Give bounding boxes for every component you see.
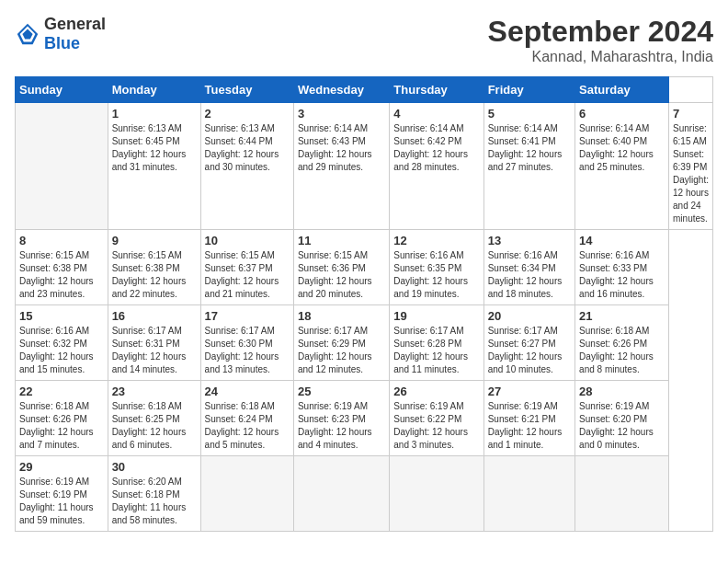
calendar-cell	[483, 456, 574, 532]
day-number: 13	[488, 234, 571, 247]
day-header-tuesday: Tuesday	[200, 77, 293, 103]
day-info: Sunrise: 6:19 AMSunset: 6:20 PMDaylight:…	[579, 400, 665, 452]
day-number: 2	[205, 107, 290, 121]
day-number: 16	[112, 309, 197, 323]
calendar-cell: 1Sunrise: 6:13 AMSunset: 6:45 PMDaylight…	[108, 103, 200, 230]
day-info: Sunrise: 6:15 AMSunset: 6:39 PMDaylight:…	[673, 122, 709, 225]
day-info: Sunrise: 6:19 AMSunset: 6:21 PMDaylight:…	[488, 400, 571, 452]
day-info: Sunrise: 6:14 AMSunset: 6:41 PMDaylight:…	[488, 122, 571, 174]
calendar-cell: 17Sunrise: 6:17 AMSunset: 6:30 PMDayligh…	[200, 305, 293, 381]
day-number: 14	[579, 234, 665, 247]
calendar-cell: 10Sunrise: 6:15 AMSunset: 6:37 PMDayligh…	[200, 230, 293, 305]
day-info: Sunrise: 6:14 AMSunset: 6:42 PMDaylight:…	[393, 122, 479, 174]
day-header-wednesday: Wednesday	[293, 77, 389, 103]
calendar-cell	[293, 456, 389, 532]
calendar-cell: 27Sunrise: 6:19 AMSunset: 6:21 PMDayligh…	[483, 381, 574, 456]
day-info: Sunrise: 6:13 AMSunset: 6:44 PMDaylight:…	[205, 122, 290, 174]
calendar-cell: 2Sunrise: 6:13 AMSunset: 6:44 PMDaylight…	[200, 103, 293, 230]
calendar-cell: 22Sunrise: 6:18 AMSunset: 6:26 PMDayligh…	[16, 381, 108, 456]
day-number: 1	[112, 107, 197, 121]
calendar-cell: 8Sunrise: 6:15 AMSunset: 6:38 PMDaylight…	[16, 230, 108, 305]
day-number: 24	[205, 385, 290, 398]
day-info: Sunrise: 6:19 AMSunset: 6:19 PMDaylight:…	[19, 476, 104, 527]
calendar-cell: 21Sunrise: 6:18 AMSunset: 6:26 PMDayligh…	[575, 305, 669, 381]
calendar-cell: 12Sunrise: 6:16 AMSunset: 6:35 PMDayligh…	[390, 230, 483, 305]
day-number: 12	[393, 234, 479, 247]
calendar-week-row: 22Sunrise: 6:18 AMSunset: 6:26 PMDayligh…	[16, 381, 713, 456]
day-info: Sunrise: 6:20 AMSunset: 6:18 PMDaylight:…	[112, 476, 197, 527]
day-info: Sunrise: 6:16 AMSunset: 6:35 PMDaylight:…	[393, 249, 479, 301]
location-title: Kannad, Maharashtra, India	[488, 49, 713, 65]
day-info: Sunrise: 6:16 AMSunset: 6:33 PMDaylight:…	[579, 249, 665, 301]
day-number: 27	[488, 385, 571, 398]
calendar-cell: 23Sunrise: 6:18 AMSunset: 6:25 PMDayligh…	[108, 381, 200, 456]
day-info: Sunrise: 6:17 AMSunset: 6:30 PMDaylight:…	[205, 325, 290, 376]
day-info: Sunrise: 6:15 AMSunset: 6:38 PMDaylight:…	[19, 249, 104, 301]
day-info: Sunrise: 6:17 AMSunset: 6:31 PMDaylight:…	[112, 325, 197, 376]
month-title: September 2024	[488, 15, 713, 49]
day-number: 19	[393, 309, 479, 323]
day-number: 30	[112, 460, 197, 474]
day-number: 17	[205, 309, 290, 323]
calendar-cell: 4Sunrise: 6:14 AMSunset: 6:42 PMDaylight…	[390, 103, 483, 230]
title-block: September 2024 Kannad, Maharashtra, Indi…	[488, 15, 713, 65]
day-header-thursday: Thursday	[390, 77, 483, 103]
calendar-cell: 6Sunrise: 6:14 AMSunset: 6:40 PMDaylight…	[575, 103, 669, 230]
calendar-cell: 24Sunrise: 6:18 AMSunset: 6:24 PMDayligh…	[200, 381, 293, 456]
calendar-cell: 11Sunrise: 6:15 AMSunset: 6:36 PMDayligh…	[293, 230, 389, 305]
day-number: 6	[579, 107, 665, 121]
day-info: Sunrise: 6:16 AMSunset: 6:32 PMDaylight:…	[19, 325, 104, 376]
calendar-week-row: 29Sunrise: 6:19 AMSunset: 6:19 PMDayligh…	[16, 456, 713, 532]
calendar-cell	[16, 103, 108, 230]
day-info: Sunrise: 6:14 AMSunset: 6:40 PMDaylight:…	[579, 122, 665, 174]
calendar-week-row: 8Sunrise: 6:15 AMSunset: 6:38 PMDaylight…	[16, 230, 713, 305]
calendar-cell: 20Sunrise: 6:17 AMSunset: 6:27 PMDayligh…	[483, 305, 574, 381]
day-number: 4	[393, 107, 479, 121]
calendar-cell: 7Sunrise: 6:15 AMSunset: 6:39 PMDaylight…	[669, 103, 713, 230]
calendar-cell: 29Sunrise: 6:19 AMSunset: 6:19 PMDayligh…	[16, 456, 108, 532]
day-header-monday: Monday	[108, 77, 200, 103]
calendar-cell: 13Sunrise: 6:16 AMSunset: 6:34 PMDayligh…	[483, 230, 574, 305]
day-number: 22	[19, 385, 104, 398]
calendar-cell: 18Sunrise: 6:17 AMSunset: 6:29 PMDayligh…	[293, 305, 389, 381]
calendar-week-row: 1Sunrise: 6:13 AMSunset: 6:45 PMDaylight…	[16, 103, 713, 230]
day-info: Sunrise: 6:19 AMSunset: 6:22 PMDaylight:…	[393, 400, 479, 452]
day-info: Sunrise: 6:18 AMSunset: 6:26 PMDaylight:…	[579, 325, 665, 376]
calendar-cell	[575, 456, 669, 532]
day-number: 15	[19, 309, 104, 323]
calendar-cell: 30Sunrise: 6:20 AMSunset: 6:18 PMDayligh…	[108, 456, 200, 532]
logo-text: General Blue	[44, 15, 106, 53]
day-info: Sunrise: 6:18 AMSunset: 6:24 PMDaylight:…	[205, 400, 290, 452]
calendar-week-row: 15Sunrise: 6:16 AMSunset: 6:32 PMDayligh…	[16, 305, 713, 381]
day-info: Sunrise: 6:16 AMSunset: 6:34 PMDaylight:…	[488, 249, 571, 301]
day-info: Sunrise: 6:13 AMSunset: 6:45 PMDaylight:…	[112, 122, 197, 174]
day-number: 11	[298, 234, 385, 247]
day-info: Sunrise: 6:17 AMSunset: 6:27 PMDaylight:…	[488, 325, 571, 376]
calendar-cell: 15Sunrise: 6:16 AMSunset: 6:32 PMDayligh…	[16, 305, 108, 381]
calendar-cell: 9Sunrise: 6:15 AMSunset: 6:38 PMDaylight…	[108, 230, 200, 305]
day-info: Sunrise: 6:15 AMSunset: 6:38 PMDaylight:…	[112, 249, 197, 301]
day-number: 20	[488, 309, 571, 323]
day-info: Sunrise: 6:15 AMSunset: 6:37 PMDaylight:…	[205, 249, 290, 301]
day-info: Sunrise: 6:17 AMSunset: 6:29 PMDaylight:…	[298, 325, 385, 376]
day-number: 29	[19, 460, 104, 474]
day-number: 23	[112, 385, 197, 398]
day-info: Sunrise: 6:14 AMSunset: 6:43 PMDaylight:…	[298, 122, 385, 174]
day-number: 28	[579, 385, 665, 398]
day-header-sunday: Sunday	[16, 77, 108, 103]
logo: General Blue	[15, 15, 106, 53]
day-number: 21	[579, 309, 665, 323]
calendar-cell: 14Sunrise: 6:16 AMSunset: 6:33 PMDayligh…	[575, 230, 669, 305]
calendar-cell: 16Sunrise: 6:17 AMSunset: 6:31 PMDayligh…	[108, 305, 200, 381]
calendar-cell: 25Sunrise: 6:19 AMSunset: 6:23 PMDayligh…	[293, 381, 389, 456]
logo-icon	[15, 21, 40, 47]
calendar-cell: 19Sunrise: 6:17 AMSunset: 6:28 PMDayligh…	[390, 305, 483, 381]
logo-blue: Blue	[44, 34, 80, 52]
calendar-cell	[200, 456, 293, 532]
calendar-header-row: SundayMondayTuesdayWednesdayThursdayFrid…	[16, 77, 713, 103]
day-info: Sunrise: 6:17 AMSunset: 6:28 PMDaylight:…	[393, 325, 479, 376]
day-info: Sunrise: 6:19 AMSunset: 6:23 PMDaylight:…	[298, 400, 385, 452]
day-info: Sunrise: 6:18 AMSunset: 6:26 PMDaylight:…	[19, 400, 104, 452]
day-number: 10	[205, 234, 290, 247]
calendar-cell: 26Sunrise: 6:19 AMSunset: 6:22 PMDayligh…	[390, 381, 483, 456]
